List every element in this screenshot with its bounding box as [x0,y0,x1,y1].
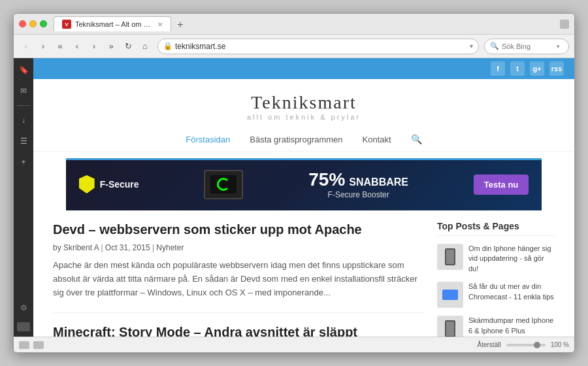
phone-icon-2 [445,320,455,337]
ad-laptop-graphic [204,170,243,199]
ad-banner[interactable]: F-Secure 75% SNABBARE F-Secure Booster T… [66,158,542,210]
ad-cta-button[interactable]: Testa nu [474,175,529,195]
tab-favicon: V [62,20,71,29]
status-left [19,341,44,349]
forward-button[interactable]: › [36,39,50,54]
facebook-icon[interactable]: f [491,61,505,76]
ad-animation [217,178,230,191]
traffic-lights [19,20,47,27]
article-2-title[interactable]: Minecraft: Story Mode – Andra avsnittet … [53,324,424,337]
search-bar[interactable]: 🔍 ▾ [484,39,569,54]
rss-icon[interactable]: rss [549,61,564,76]
right-sidebar: Top Posts & Pages Om din Iphone hänger s… [437,221,555,337]
close-button[interactable] [19,20,26,27]
main-content: Devd – webbservern som sticker upp mot A… [33,221,574,337]
ad-product: F-Secure Booster [308,190,408,199]
browser-sidebar: 🔖 ✉ ↓ ☰ + ⚙ [14,58,33,337]
zoom-level: 100 % [551,341,569,348]
phone-icon [445,248,455,265]
sidebar-mail-icon[interactable]: ✉ [17,84,30,97]
twitter-icon[interactable]: t [510,61,525,76]
skip-start-button[interactable]: « [53,39,67,54]
next-button[interactable]: › [87,39,101,54]
tab-title: Tekniksmart – Alt om tekni... [75,20,151,28]
nav-link-forstasidan[interactable]: Förstasidan [186,135,230,144]
article-1-title[interactable]: Devd – webbservern som sticker upp mot A… [53,221,424,238]
googleplus-icon[interactable]: g+ [530,61,544,76]
article-1-excerpt: Apache är den mest kända och populäraste… [53,259,424,299]
ad-logo-text: F-Secure [100,179,139,190]
article-1-meta: by Skribent A | Oct 31, 2015 | Nyheter [53,243,424,252]
article-1-cat[interactable]: Nyheter [156,243,184,252]
sidebar-post-2-thumb [437,282,463,308]
address-bar[interactable]: 🔒 tekniksmart.se ▾ [157,39,479,54]
sidebar-post-3-text: Skärmdumpar med Iphone 6 & Iphone 6 Plus [468,316,555,336]
title-bar: V Tekniksmart – Alt om tekni... ✕ + [14,14,574,35]
win-minimize-icon[interactable] [560,20,569,29]
chromecast-icon [442,290,458,300]
sidebar-add-icon[interactable]: + [17,156,30,169]
sidebar-divider-1 [17,105,30,106]
search-dropdown-icon[interactable]: ▾ [557,43,560,50]
back-button[interactable]: ‹ [19,39,33,54]
ad-label: SNABBARE [349,176,408,188]
sidebar-post-3[interactable]: Skärmdumpar med Iphone 6 & Iphone 6 Plus [437,316,555,337]
sidebar-bookmark-icon[interactable]: 🔖 [17,63,30,76]
tab-area: V Tekniksmart – Alt om tekni... ✕ + [54,16,560,31]
status-back-button[interactable]: Återställ [478,341,501,348]
tab-close-icon[interactable]: ✕ [157,21,163,28]
social-bar: f t g+ rss [33,58,574,79]
skip-end-button[interactable]: » [104,39,118,54]
sidebar-post-2-text: Så får du ut mer av din Chromecast - 11 … [468,282,555,302]
sidebar-post-2[interactable]: Så får du ut mer av din Chromecast - 11 … [437,282,555,308]
site-search-icon[interactable]: 🔍 [411,134,422,144]
address-lock-icon: 🔒 [163,42,172,50]
nav-bar: ‹ › « ‹ › » ↻ ⌂ 🔒 tekniksmart.se ▾ 🔍 ▾ [14,35,574,58]
status-page-icon[interactable] [19,341,29,349]
status-right: Återställ 100 % [478,341,569,348]
prev-button[interactable]: ‹ [70,39,84,54]
status-code-icon[interactable] [33,341,44,349]
active-tab[interactable]: V Tekniksmart – Alt om tekni... ✕ [54,16,171,31]
site-tagline: Allt om teknik & prylar [33,113,574,121]
window-controls [560,20,569,29]
zoom-slider[interactable] [506,344,546,346]
sidebar-download-icon[interactable]: ↓ [17,114,30,127]
sidebar-gear-icon[interactable]: ⚙ [17,301,30,314]
nav-link-kontakt[interactable]: Kontakt [363,135,391,144]
status-bar: Återställ 100 % [14,337,574,352]
sidebar-post-1-thumb [437,244,463,270]
site-nav: Förstasidan Bästa gratisprogrammen Konta… [33,127,574,152]
article-divider [53,312,424,313]
article-1-date: Oct 31, 2015 [105,243,150,252]
browser-content: 🔖 ✉ ↓ ☰ + ⚙ f t g+ rss Tekniksmart Allt … [14,58,574,337]
ad-percent: 75% [308,169,345,190]
sidebar-bottom-icon[interactable] [17,322,30,331]
search-icon: 🔍 [490,42,499,50]
article-1-author: by Skribent A [53,243,99,252]
reload-button[interactable]: ↻ [121,39,135,54]
site-logo: Tekniksmart [33,92,574,113]
browser-window: V Tekniksmart – Alt om tekni... ✕ + ‹ › … [13,13,575,353]
ad-shield-icon [79,175,95,193]
new-tab-button[interactable]: + [174,18,187,31]
articles-section: Devd – webbservern som sticker upp mot A… [53,221,424,337]
website-content: f t g+ rss Tekniksmart Allt om teknik & … [33,58,574,337]
sidebar-page-icon[interactable]: ☰ [17,135,30,148]
sidebar-post-1[interactable]: Om din Iphone hänger sig vid uppdatering… [437,244,555,274]
search-input[interactable] [502,42,554,50]
home-button[interactable]: ⌂ [138,39,152,54]
sidebar-post-1-text: Om din Iphone hänger sig vid uppdatering… [468,244,555,274]
minimize-button[interactable] [29,20,37,27]
address-text: tekniksmart.se [175,42,470,51]
address-dropdown-icon[interactable]: ▾ [470,42,473,50]
site-header: Tekniksmart Allt om teknik & prylar [33,79,574,127]
ad-screen [210,175,237,193]
sidebar-post-3-thumb [437,316,463,337]
zoom-thumb[interactable] [534,342,540,348]
maximize-button[interactable] [40,20,47,27]
nav-link-basta[interactable]: Bästa gratisprogrammen [250,135,342,144]
ad-text: 75% SNABBARE F-Secure Booster [308,169,408,199]
ad-border [66,158,542,160]
ad-logo: F-Secure [79,175,139,193]
